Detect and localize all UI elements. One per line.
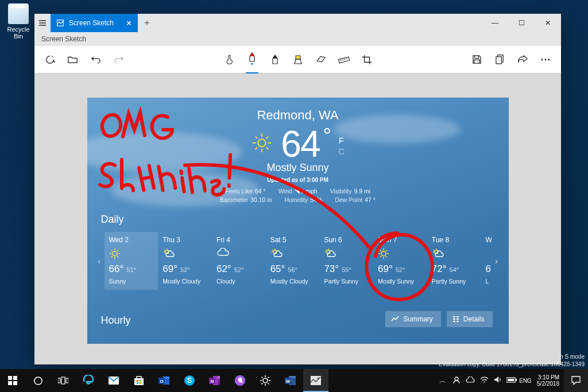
wifi-icon[interactable] [477,377,491,385]
svg-rect-102 [289,376,296,378]
day-card-0[interactable]: Wed 266° 51°Sunny [105,232,158,290]
current-temp: 64° [281,123,330,165]
svg-rect-70 [61,377,65,384]
svg-rect-67 [13,381,17,385]
edge-icon[interactable] [76,369,101,392]
itunes-icon[interactable] [227,369,253,392]
sun-icon [251,132,273,156]
share-button[interactable] [513,50,532,69]
svg-point-12 [541,59,543,60]
more-button[interactable] [536,50,555,69]
svg-point-14 [548,59,550,60]
mail-icon[interactable] [101,369,126,392]
tab-list-button[interactable] [34,14,51,32]
recycle-bin-label: Recycle Bin [3,26,33,40]
onenote-icon[interactable]: N [202,369,227,392]
save-button[interactable] [467,50,486,69]
redo-button[interactable] [109,50,129,69]
day-card-2[interactable]: Fri 462° 52°Cloudy [212,232,266,290]
summary-button[interactable]: Summary [385,311,440,327]
day-card-3[interactable]: Sat 565° 56°Mostly Cloudy [266,232,320,290]
new-tab-button[interactable]: + [138,14,156,32]
svg-rect-58 [453,316,455,317]
highlighter-button[interactable] [288,50,308,69]
svg-point-106 [318,378,319,379]
svg-line-32 [111,256,113,257]
svg-point-68 [34,377,41,384]
recycle-bin[interactable]: Recycle Bin [3,3,33,40]
onedrive-icon[interactable] [463,377,477,385]
svg-line-99 [268,377,269,378]
day-card-5[interactable]: Mon 769° 52°Mostly Sunny [373,232,427,290]
svg-rect-11 [496,56,501,63]
chevron-down-icon: ▾ [251,61,253,67]
copy-button[interactable] [490,50,509,69]
svg-text:W: W [286,379,291,384]
taskbar-clock[interactable]: 3:10 PM 5/2/2018 [532,374,564,387]
minimize-button[interactable]: — [482,14,508,32]
system-tray: ︿ ENG 3:10 PM 5/2/2018 [436,369,588,392]
ruler-button[interactable] [334,50,354,69]
weather-taskbar-icon[interactable] [253,369,278,392]
canvas-area[interactable]: Redmond, WA 64° F C Mostly Sunny Updated… [34,73,561,364]
svg-rect-76 [137,382,138,384]
close-button[interactable]: ✕ [535,14,561,32]
day-card-7[interactable]: W6 L [481,232,492,290]
svg-rect-86 [218,379,220,382]
svg-line-44 [326,250,327,251]
battery-icon[interactable] [505,377,519,385]
open-button[interactable] [63,50,83,69]
tray-chevron-icon[interactable]: ︿ [436,376,450,386]
svg-rect-2 [39,25,46,26]
volume-icon[interactable] [491,376,505,385]
svg-line-100 [262,383,263,385]
word-icon[interactable]: W [278,369,303,392]
undo-button[interactable] [86,50,106,69]
svg-line-98 [268,383,269,385]
svg-rect-69 [58,378,60,383]
maximize-button[interactable]: ☐ [508,14,535,32]
crop-button[interactable] [357,50,377,69]
touch-writing-button[interactable] [219,50,239,69]
pen-black-button[interactable] [265,50,285,69]
tab-close-icon[interactable]: ✕ [126,19,132,28]
svg-text:+: + [53,59,55,64]
day-card-4[interactable]: Sun 673° 55°Partly Sunny [319,232,373,290]
language-icon[interactable]: ENG [519,378,532,384]
svg-rect-6 [338,57,349,63]
task-view-button[interactable] [51,369,76,392]
svg-rect-109 [516,379,517,381]
skype-icon[interactable]: S [177,369,202,392]
svg-point-92 [263,378,268,383]
start-button[interactable] [0,369,25,392]
prev-day-button[interactable]: ‹ [94,232,105,290]
unit-f[interactable]: F [338,135,345,145]
pen-red-button[interactable]: ▾ [242,50,262,69]
screen-sketch-window: Screen Sketch ✕ + — ☐ ✕ Screen Sketch + [34,14,561,364]
eraser-button[interactable] [311,50,331,69]
svg-line-29 [111,250,113,251]
svg-rect-74 [137,380,138,382]
day-card-6[interactable]: Tue 872° 54°Partly Sunny [427,232,481,290]
svg-rect-85 [218,376,220,379]
svg-point-107 [455,377,458,381]
people-icon[interactable] [450,376,463,386]
outlook-icon[interactable]: O [152,369,177,392]
svg-line-53 [380,256,381,257]
svg-point-13 [545,59,547,60]
daily-forecast: ‹ Wed 266° 51°SunnyThu 369° 52°Mostly Cl… [94,232,502,290]
unit-c[interactable]: C [338,146,345,156]
action-center-icon[interactable] [564,369,588,392]
tab-screen-sketch[interactable]: Screen Sketch ✕ [51,14,138,32]
svg-text:O: O [160,379,163,384]
store-icon[interactable] [126,369,152,392]
svg-text:S: S [187,377,192,385]
titlebar: Screen Sketch ✕ + — ☐ ✕ [34,14,561,32]
svg-line-97 [262,377,263,378]
cortana-button[interactable] [25,369,51,392]
day-card-1[interactable]: Thu 369° 52°Mostly Cloudy [158,232,212,290]
next-day-button[interactable]: › [492,232,502,290]
details-button[interactable]: Details [447,311,493,327]
new-sketch-button[interactable]: + [40,50,60,69]
screen-sketch-taskbar-icon[interactable] [303,369,328,392]
